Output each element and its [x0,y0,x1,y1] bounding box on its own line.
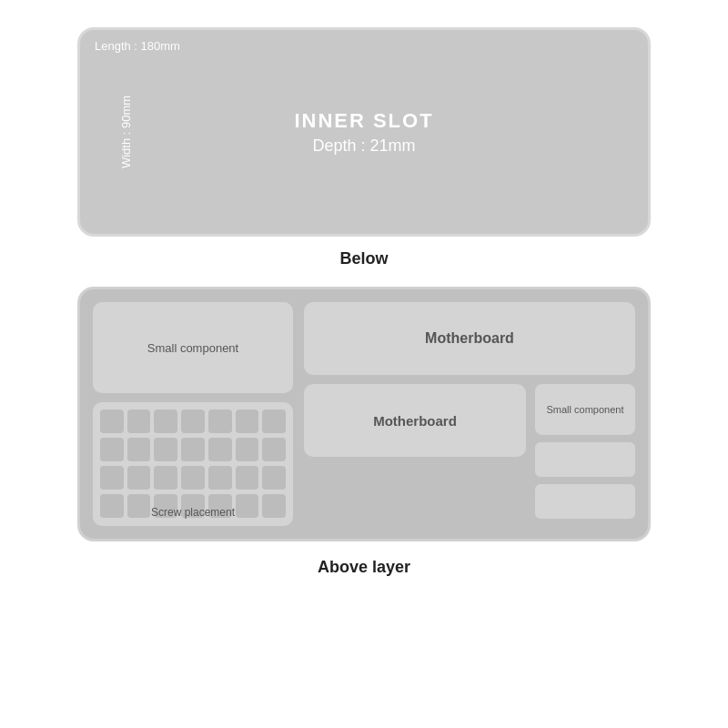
screw-cell [100,438,124,461]
below-caption: Below [339,249,388,268]
screw-grid-area: Screw placement [93,402,293,526]
screw-cell [208,466,232,490]
screw-cell [208,438,232,461]
screw-cell [181,410,205,433]
small-component-left-label: Small component [147,341,238,355]
left-column: Small component [93,302,293,526]
right-column: Motherboard Motherboard Small component [304,302,635,526]
screw-cell [127,466,151,490]
small-square-2 [535,484,635,519]
above-layer-box: Small component [77,287,651,541]
screw-cell [154,466,177,490]
motherboard-medium-row: Motherboard Small component [304,384,635,526]
screw-placement-label: Screw placement [93,506,293,519]
bottom-protrusion [337,522,391,541]
inner-slot-title: INNER SLOT [294,109,433,133]
screw-cell [100,466,124,490]
screw-cell [154,438,177,461]
inner-slot-label: INNER SLOT Depth : 21mm [294,109,433,156]
screw-cell [154,410,177,433]
screw-cell [236,438,259,461]
screw-cell [262,410,286,433]
screw-cell [262,466,286,490]
above-caption: Above layer [318,558,410,577]
motherboard-medium: Motherboard [304,384,526,457]
motherboard-medium-label: Motherboard [373,413,457,429]
length-label: Length : 180mm [95,39,180,53]
below-section: Length : 180mm Width : 90mm INNER SLOT D… [18,27,710,287]
screw-cell [100,410,124,433]
width-label: Width : 90mm [119,96,133,168]
small-component-left: Small component [93,302,293,393]
screw-grid [100,410,286,519]
screw-cell [127,438,151,461]
screw-cell [208,410,232,433]
screw-cell [127,410,151,433]
screw-cell [236,466,259,490]
above-section: Small component [18,287,710,577]
screw-cell [236,410,259,433]
inner-slot-depth: Depth : 21mm [294,136,433,156]
small-right-col: Small component [535,384,635,519]
small-square-1 [535,442,635,477]
inner-slot-box: Length : 180mm Width : 90mm INNER SLOT D… [77,27,651,237]
screw-cell [262,438,286,461]
small-component-right-label: Small component [547,404,624,415]
screw-cell [181,466,205,490]
small-component-right: Small component [535,384,635,435]
motherboard-large-label: Motherboard [425,330,514,347]
screw-cell [181,438,205,461]
motherboard-large: Motherboard [304,302,635,375]
